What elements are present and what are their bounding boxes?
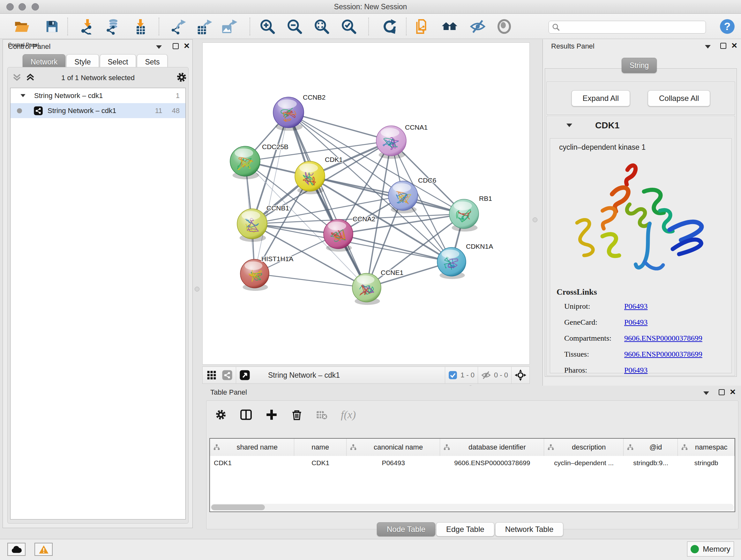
network-node[interactable]: CCNB2 bbox=[273, 94, 326, 131]
zoom-selected-icon[interactable] bbox=[340, 18, 357, 35]
table-cell[interactable]: stringdb:9... bbox=[623, 456, 678, 470]
detach-view-icon[interactable] bbox=[239, 370, 250, 381]
search-input[interactable] bbox=[560, 23, 697, 31]
splitter-handle[interactable] bbox=[533, 217, 537, 222]
table-cell[interactable]: 9606.ENSP00000378699 bbox=[440, 456, 544, 470]
crosslink-link[interactable]: P06493 bbox=[624, 302, 648, 311]
level-of-detail-icon[interactable] bbox=[496, 18, 513, 35]
collapse-icon[interactable] bbox=[20, 94, 25, 97]
panel-menu-icon[interactable] bbox=[156, 45, 162, 49]
column-header-label: shared name bbox=[220, 443, 294, 451]
table-row[interactable]: CDK1CDK1P064939606.ENSP00000378699cyclin… bbox=[210, 456, 735, 470]
show-hide-graphics-icon[interactable] bbox=[469, 18, 486, 35]
panel-menu-icon[interactable] bbox=[703, 391, 709, 395]
panel-close-icon[interactable]: ✕ bbox=[184, 42, 190, 50]
crosslink-label: GeneCard: bbox=[564, 318, 624, 327]
column-header[interactable]: @id bbox=[623, 439, 678, 456]
grid-view-icon[interactable] bbox=[206, 370, 217, 380]
tab-node-table[interactable]: Node Table bbox=[377, 522, 435, 537]
network-edge[interactable] bbox=[288, 112, 367, 288]
network-node[interactable]: CDC25B bbox=[230, 143, 288, 179]
tab-edge-table[interactable]: Edge Table bbox=[436, 522, 494, 537]
collapse-section-icon[interactable] bbox=[566, 124, 572, 127]
table-cell[interactable]: P06493 bbox=[347, 456, 440, 470]
network-view-canvas[interactable]: CCNB2CCNA1CDC25BCDK1CDC6RB1CCNB1CCNA2CDK… bbox=[202, 43, 530, 365]
network-node[interactable]: CDK1 bbox=[295, 156, 343, 194]
fit-content-icon[interactable] bbox=[313, 18, 330, 35]
network-node[interactable]: CDKN1A bbox=[437, 243, 493, 279]
export-table-icon[interactable] bbox=[196, 18, 212, 35]
import-network-file-icon[interactable] bbox=[77, 18, 94, 35]
open-session-icon[interactable] bbox=[13, 18, 30, 35]
import-network-database-icon[interactable] bbox=[105, 18, 121, 35]
network-share-icon[interactable] bbox=[222, 370, 232, 381]
cloud-button[interactable] bbox=[7, 543, 25, 556]
network-label: String Network – cdk1 bbox=[48, 107, 116, 115]
node-table[interactable]: shared namenamecanonical namedatabase id… bbox=[209, 438, 735, 512]
function-builder-icon[interactable]: f(x) bbox=[341, 409, 356, 421]
network-tree: String Network – cdk1 1 String Network –… bbox=[10, 88, 186, 519]
column-header[interactable]: canonical name bbox=[347, 439, 440, 456]
help-icon[interactable]: ? bbox=[719, 18, 736, 35]
panel-float-icon[interactable] bbox=[173, 43, 179, 49]
selected-checkbox-icon[interactable] bbox=[448, 371, 457, 380]
network-node[interactable]: RB1 bbox=[449, 195, 492, 232]
network-node-count: 11 bbox=[155, 107, 162, 115]
crosslink-link[interactable]: 9606.ENSP00000378699 bbox=[624, 334, 702, 343]
panel-float-icon[interactable] bbox=[720, 43, 726, 49]
horizontal-scrollbar[interactable] bbox=[211, 504, 734, 511]
tab-network-table[interactable]: Network Table bbox=[495, 522, 563, 537]
select-columns-icon[interactable] bbox=[240, 409, 252, 421]
column-header[interactable]: name bbox=[294, 439, 347, 456]
memory-button[interactable]: Memory bbox=[687, 542, 734, 557]
export-image-icon[interactable] bbox=[221, 18, 238, 35]
birds-eye-icon[interactable] bbox=[515, 369, 526, 381]
delete-column-icon[interactable] bbox=[291, 409, 302, 421]
zoom-in-icon[interactable] bbox=[259, 18, 276, 35]
table-cell[interactable]: CDK1 bbox=[210, 456, 294, 470]
network-node[interactable]: CCNB1 bbox=[237, 204, 289, 242]
tab-string[interactable]: String bbox=[622, 58, 657, 73]
network-edge[interactable] bbox=[255, 273, 367, 288]
crosslink-link[interactable]: P06493 bbox=[624, 366, 648, 374]
expand-all-button[interactable]: Expand All bbox=[571, 90, 630, 106]
column-header[interactable]: shared name bbox=[210, 439, 294, 456]
table-cell[interactable]: stringdb bbox=[678, 456, 735, 470]
export-network-icon[interactable] bbox=[170, 18, 186, 35]
collapse-all-button[interactable]: Collapse All bbox=[648, 90, 710, 106]
save-session-icon[interactable] bbox=[44, 18, 60, 35]
scrollbar-thumb[interactable] bbox=[211, 504, 265, 510]
table-settings-gear-icon[interactable] bbox=[215, 409, 226, 421]
panel-menu-icon[interactable] bbox=[705, 45, 711, 49]
panel-close-icon[interactable]: ✕ bbox=[731, 42, 738, 50]
column-header[interactable]: namespac bbox=[678, 439, 735, 456]
column-header[interactable]: database identifier bbox=[440, 439, 544, 456]
import-table-file-icon[interactable] bbox=[131, 18, 148, 35]
network-collection-row[interactable]: String Network – cdk1 1 bbox=[10, 88, 185, 103]
gear-icon[interactable] bbox=[176, 72, 187, 83]
hidden-eye-icon[interactable] bbox=[481, 370, 491, 380]
network-edge[interactable] bbox=[310, 176, 464, 214]
table-cell[interactable]: cyclin–dependent ... bbox=[544, 456, 623, 470]
column-header[interactable]: description bbox=[544, 439, 623, 456]
network-node[interactable]: CCNA1 bbox=[376, 124, 428, 159]
crosslink-link[interactable]: 9606.ENSP00000378699 bbox=[624, 350, 702, 359]
table-panel-title: Table Panel bbox=[210, 388, 247, 396]
warning-button[interactable] bbox=[35, 543, 53, 556]
string-home-icon[interactable] bbox=[442, 18, 458, 35]
network-edge[interactable] bbox=[255, 112, 288, 273]
network-row[interactable]: String Network – cdk1 11 48 bbox=[10, 103, 185, 118]
splitter-handle[interactable] bbox=[195, 287, 199, 292]
crosslink-link[interactable]: P06493 bbox=[624, 318, 648, 327]
delete-table-icon[interactable] bbox=[316, 409, 327, 421]
add-column-icon[interactable] bbox=[266, 409, 278, 421]
search-field[interactable] bbox=[549, 21, 706, 34]
table-cell[interactable]: CDK1 bbox=[294, 456, 347, 470]
panel-close-icon[interactable]: ✕ bbox=[730, 388, 736, 396]
zoom-out-icon[interactable] bbox=[286, 18, 303, 35]
panel-float-icon[interactable] bbox=[719, 389, 725, 395]
refresh-icon[interactable] bbox=[381, 18, 398, 35]
search-icon bbox=[552, 23, 560, 31]
clone-network-icon[interactable] bbox=[414, 18, 430, 35]
network-node[interactable]: HIST1H1A bbox=[240, 255, 293, 291]
